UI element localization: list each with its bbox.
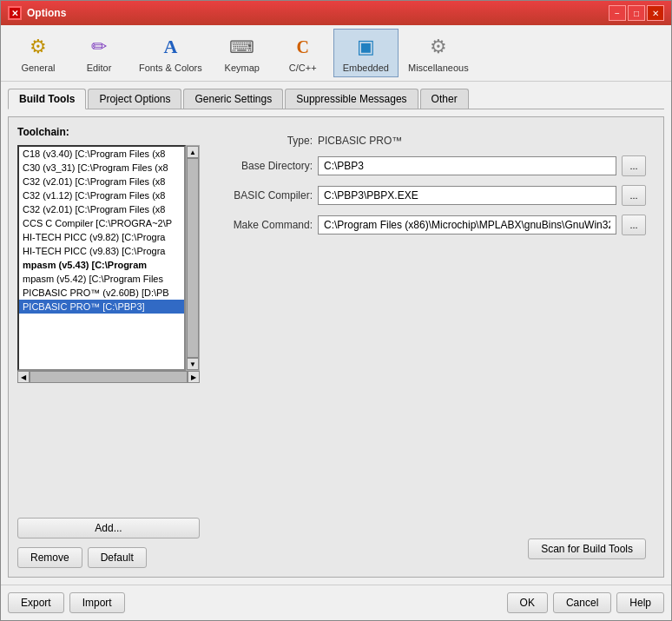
general-icon [24,33,52,61]
remove-default-row: Remove Default [17,547,200,568]
close-button[interactable]: ✕ [647,5,664,21]
toolchain-list-container: C18 (v3.40) [C:\Program Files (x8C30 (v3… [17,145,200,371]
toolchain-label: Toolchain: [17,126,200,138]
export-button[interactable]: Export [8,592,64,613]
footer: Export Import OK Cancel Help [1,585,671,620]
maximize-button[interactable]: □ [628,5,645,21]
list-item[interactable]: mpasm (v5.42) [C:\Program Files [19,272,184,286]
basic-compiler-input[interactable] [318,186,616,205]
scan-row: Scan for Build Tools [217,533,646,559]
scroll-thumb[interactable] [187,158,199,358]
toolbar-label-general: General [21,63,55,73]
horizontal-scroll-track[interactable] [30,371,188,383]
horizontal-scrollbar-row: ◀ ▶ [17,371,200,383]
vertical-scrollbar[interactable]: ▲ ▼ [186,145,200,371]
scan-build-tools-button[interactable]: Scan for Build Tools [528,538,646,559]
list-item[interactable]: C32 (v2.01) [C:\Program Files (x8 [19,202,184,216]
footer-left-buttons: Export Import [8,592,125,613]
toolbar-item-general[interactable]: General [8,29,69,77]
editor-icon [85,33,113,61]
list-item[interactable]: PICBASIC PRO™ [C:\PBP3] [19,300,184,314]
list-item[interactable]: mpasm (v5.43) [C:\Program [19,258,184,272]
toolbar-item-embedded[interactable]: Embedded [333,29,399,77]
tab-project-options[interactable]: Project Options [88,89,181,109]
add-button[interactable]: Add... [17,518,200,538]
base-dir-label: Base Directory: [217,160,313,172]
tab-bar: Build Tools Project Options Generic Sett… [8,89,664,109]
content-area: Build Tools Project Options Generic Sett… [1,82,671,585]
list-item[interactable]: PICBASIC PRO™ (v2.60B) [D:\PB [19,286,184,300]
tab-build-tools[interactable]: Build Tools [8,89,86,109]
scroll-left-arrow[interactable]: ◀ [17,371,30,383]
remove-button[interactable]: Remove [17,547,82,568]
scroll-right-arrow[interactable]: ▶ [188,371,200,383]
type-value: PICBASIC PRO™ [318,135,402,147]
toolbar-item-fonts[interactable]: Fonts & Colors [129,29,212,77]
list-item[interactable]: C32 (v2.01) [C:\Program Files (x8 [19,175,184,188]
title-bar: ✕ Options − □ ✕ [1,1,671,25]
type-row: Type: PICBASIC PRO™ [217,135,646,147]
make-command-row: Make Command: ... [217,215,646,235]
ok-button[interactable]: OK [507,592,548,613]
toolbar-label-cpp: C/C++ [289,63,317,73]
toolbar-item-keymap[interactable]: Keymap [212,29,273,77]
cpp-icon [289,33,317,61]
minimize-button[interactable]: − [609,5,626,21]
tab-other[interactable]: Other [420,89,469,109]
basic-compiler-row: BASIC Compiler: ... [217,185,646,206]
fonts-icon [156,33,184,61]
toolbar-item-cpp[interactable]: C/C++ [273,29,333,77]
toolchain-list[interactable]: C18 (v3.40) [C:\Program Files (x8C30 (v3… [17,145,186,371]
toolbar-label-misc: Miscellaneous [408,63,469,73]
left-panel: Toolchain: C18 (v3.40) [C:\Program Files… [17,126,200,568]
keymap-icon [228,33,256,61]
toolbar-item-misc[interactable]: Miscellaneous [399,29,478,77]
toolbar: General Editor Fonts & Colors Keymap C/C… [1,25,671,82]
make-command-browse-button[interactable]: ... [622,215,646,235]
list-item[interactable]: C18 (v3.40) [C:\Program Files (x8 [19,147,184,161]
toolbar-label-keymap: Keymap [225,63,260,73]
list-item[interactable]: C30 (v3_31) [C:\Program Files (x8 [19,161,184,175]
toolbar-label-embedded: Embedded [343,63,389,73]
list-item[interactable]: HI-TECH PICC (v9.83) [C:\Progra [19,244,184,258]
main-panel: Toolchain: C18 (v3.40) [C:\Program Files… [8,116,664,578]
basic-compiler-label: BASIC Compiler: [217,189,313,201]
base-dir-row: Base Directory: ... [217,155,646,176]
footer-right-buttons: OK Cancel Help [507,592,664,613]
cancel-button[interactable]: Cancel [553,592,611,613]
window-icon: ✕ [8,6,22,20]
make-command-input[interactable] [318,215,616,235]
toolbar-label-editor: Editor [87,63,112,73]
right-panel: Type: PICBASIC PRO™ Base Directory: ... … [208,126,655,568]
basic-compiler-browse-button[interactable]: ... [622,185,646,206]
help-button[interactable]: Help [616,592,664,613]
tab-generic-settings[interactable]: Generic Settings [183,89,283,109]
window-title: Options [27,7,66,19]
embedded-icon [352,33,379,61]
list-item[interactable]: CCS C Compiler [C:\PROGRA~2\P [19,216,184,230]
options-window: ✕ Options − □ ✕ General Editor Fonts & C… [0,0,672,621]
make-command-label: Make Command: [217,219,313,231]
tab-suppressible-messages[interactable]: Suppressible Messages [285,89,418,109]
import-button[interactable]: Import [69,592,125,613]
type-label: Type: [217,135,313,147]
title-bar-left: ✕ Options [8,6,66,20]
list-item[interactable]: HI-TECH PICC (v9.82) [C:\Progra [19,230,184,244]
title-bar-controls: − □ ✕ [609,5,664,21]
scroll-down-arrow[interactable]: ▼ [187,358,199,370]
base-dir-input[interactable] [318,156,616,175]
toolbar-item-editor[interactable]: Editor [69,29,129,77]
misc-icon [425,33,452,61]
add-button-row: Add... [17,518,200,538]
default-button[interactable]: Default [88,547,147,568]
list-item[interactable]: C32 (v1.12) [C:\Program Files (x8 [19,188,184,202]
base-dir-browse-button[interactable]: ... [622,155,646,176]
toolbar-label-fonts: Fonts & Colors [139,63,202,73]
scroll-up-arrow[interactable]: ▲ [187,146,199,158]
